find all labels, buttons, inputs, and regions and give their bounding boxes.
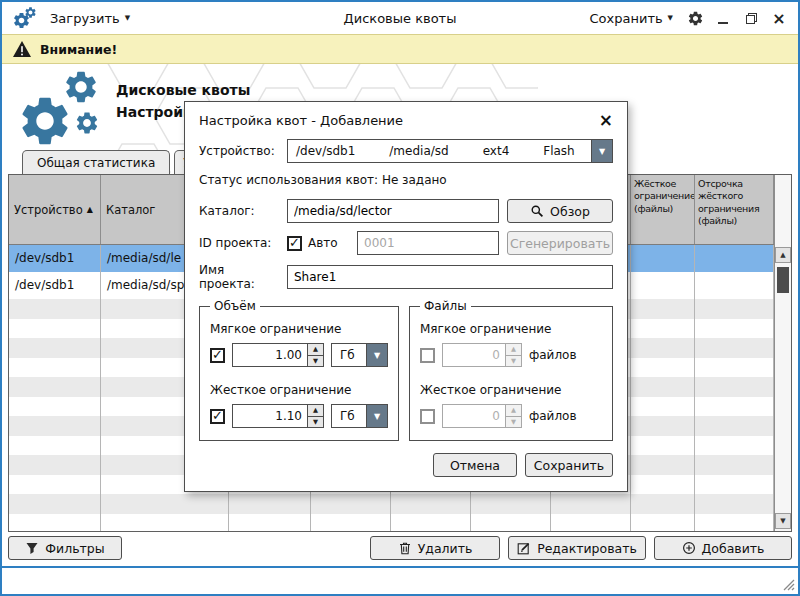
edit-icon	[517, 541, 531, 555]
cell-device: /dev/sdb1	[9, 245, 101, 272]
quota-status-text: Статус использования квот: Не задано	[199, 173, 613, 187]
files-suffix-label: файлов	[529, 348, 577, 362]
magnifier-icon	[530, 204, 544, 218]
warning-banner: Внимание!	[2, 34, 798, 64]
titlebar: Загрузить ▼ Дисковые квоты Сохранить ▼ ×	[2, 2, 798, 34]
soft-volume-unit-select[interactable]: Гб ▼	[331, 343, 388, 367]
add-button[interactable]: Добавить	[654, 536, 792, 560]
app-logo-gears	[16, 68, 122, 156]
device-select[interactable]: /dev/sdb1 /media/sd ext4 Flash ▼	[287, 139, 613, 163]
scroll-up-button[interactable]: ▲	[775, 247, 791, 263]
soft-limit-label: Мягкое ограничение	[420, 322, 602, 336]
window-title: Дисковые квоты	[344, 11, 457, 26]
scrollbar-thumb[interactable]	[777, 267, 789, 293]
soft-files-checkbox[interactable]	[420, 348, 435, 363]
column-device[interactable]: Устройство ▲	[9, 175, 101, 244]
catalog-input[interactable]	[287, 199, 499, 223]
hard-limit-label: Жесткое ограничение	[210, 383, 388, 397]
status-bar	[2, 566, 798, 594]
device-select-value: /dev/sdb1 /media/sd ext4 Flash	[288, 140, 591, 162]
spin-up-icon[interactable]: ▲	[308, 344, 323, 355]
minimize-icon	[718, 22, 728, 24]
dialog-header: Настройка квот - Добавление ×	[199, 112, 613, 129]
filters-button[interactable]: Фильтры	[8, 536, 122, 560]
tab-general-stats[interactable]: Общая статистика	[22, 150, 170, 174]
device-label: Устройство:	[199, 144, 279, 158]
files-suffix-label: файлов	[529, 409, 577, 423]
warning-icon	[12, 40, 32, 58]
scroll-down-button[interactable]: ▼	[775, 513, 791, 529]
maximize-button[interactable]	[742, 9, 760, 27]
soft-limit-label: Мягкое ограничение	[210, 322, 388, 336]
files-group-title: Файлы	[420, 299, 471, 313]
volume-group: Объём Мягкое ограничение ✓ 1.00 ▲▼ Гб ▼ …	[199, 299, 399, 441]
catalog-label: Каталог:	[199, 204, 279, 218]
save-menu-label: Сохранить	[589, 11, 662, 26]
sort-asc-icon: ▲	[87, 205, 93, 214]
delete-button[interactable]: Удалить	[370, 536, 500, 560]
caret-down-icon: ▼	[668, 14, 673, 22]
hard-files-checkbox[interactable]	[420, 409, 435, 424]
warning-text: Внимание!	[40, 42, 117, 57]
settings-gear-icon[interactable]	[687, 10, 704, 27]
soft-volume-spinner[interactable]: 1.00 ▲▼	[232, 343, 324, 367]
save-button[interactable]: Сохранить	[525, 453, 613, 477]
column-hard-grace-files[interactable]: Отсрочка жёсткого ограничения (файлы)	[695, 175, 774, 244]
cancel-button[interactable]: Отмена	[433, 453, 517, 477]
caret-down-icon[interactable]: ▼	[366, 344, 387, 366]
spin-down-icon[interactable]: ▼	[506, 355, 521, 367]
hard-volume-checkbox[interactable]: ✓	[210, 409, 225, 424]
app-gears-icon	[12, 6, 38, 30]
spin-up-icon[interactable]: ▲	[506, 344, 521, 355]
column-hard-limit-files[interactable]: Жёсткое ограничение (файлы)	[631, 175, 695, 244]
resize-grip[interactable]	[781, 577, 795, 591]
filter-icon	[25, 541, 39, 555]
close-window-button[interactable]: ×	[770, 9, 788, 27]
soft-files-spinner[interactable]: 0 ▲▼	[442, 343, 522, 367]
caret-down-icon: ▼	[125, 14, 130, 22]
app-window: Загрузить ▼ Дисковые квоты Сохранить ▼ ×…	[0, 0, 800, 596]
plus-circle-icon	[682, 541, 696, 555]
soft-volume-checkbox[interactable]: ✓	[210, 348, 225, 363]
cell-device: /dev/sdb1	[9, 272, 101, 299]
generate-button[interactable]: Сгенерировать	[507, 231, 613, 255]
quota-add-dialog: Настройка квот - Добавление × Устройство…	[184, 101, 628, 492]
spin-up-icon[interactable]: ▲	[506, 405, 521, 416]
hard-volume-spinner[interactable]: 1.10 ▲▼	[232, 404, 324, 428]
volume-group-title: Объём	[210, 299, 260, 313]
hard-files-spinner[interactable]: 0 ▲▼	[442, 404, 522, 428]
load-menu-button[interactable]: Загрузить ▼	[46, 9, 134, 28]
maximize-icon	[745, 12, 758, 25]
project-name-input[interactable]	[287, 265, 613, 289]
trash-icon	[398, 541, 412, 555]
save-menu-button[interactable]: Сохранить ▼	[585, 9, 677, 28]
checkbox-checked: ✓	[287, 236, 302, 251]
titlebar-right: Сохранить ▼ ×	[585, 9, 788, 28]
project-id-label: ID проекта:	[199, 236, 279, 250]
auto-checkbox[interactable]: ✓ Авто	[287, 236, 349, 251]
check-icon: ✓	[212, 409, 223, 422]
check-icon: ✓	[289, 236, 300, 249]
dialog-close-button[interactable]: ×	[599, 112, 613, 129]
dialog-title: Настройка квот - Добавление	[199, 113, 403, 128]
project-id-input[interactable]	[357, 231, 499, 255]
action-bar: Фильтры Удалить Редактировать	[8, 536, 792, 560]
browse-button[interactable]: Обзор	[507, 199, 613, 223]
vertical-scrollbar[interactable]: ▲ ▼	[774, 175, 791, 531]
caret-down-icon[interactable]: ▼	[591, 140, 612, 162]
spin-down-icon[interactable]: ▼	[506, 416, 521, 428]
spin-down-icon[interactable]: ▼	[308, 355, 323, 367]
spin-down-icon[interactable]: ▼	[308, 416, 323, 428]
minimize-button[interactable]	[714, 9, 732, 27]
project-name-label: Имя проекта:	[199, 263, 279, 291]
spin-up-icon[interactable]: ▲	[308, 405, 323, 416]
edit-button[interactable]: Редактировать	[508, 536, 646, 560]
hard-limit-label: Жесткое ограничение	[420, 383, 602, 397]
hard-volume-unit-select[interactable]: Гб ▼	[331, 404, 388, 428]
caret-down-icon[interactable]: ▼	[366, 405, 387, 427]
page-subtitle: Настройк	[116, 104, 193, 120]
arrow-up-icon: ▲	[780, 251, 785, 259]
arrow-down-icon: ▼	[780, 517, 785, 525]
table-empty-row[interactable]	[9, 514, 774, 533]
table-empty-row[interactable]	[9, 494, 774, 514]
